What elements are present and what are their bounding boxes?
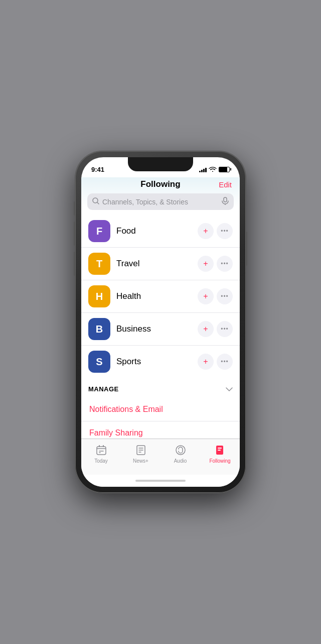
svg-line-1 [97,202,99,204]
add-health-button[interactable]: + [198,288,214,304]
topic-name-sports: Sports [116,357,192,367]
chevron-down-icon[interactable] [226,385,233,393]
topic-name-health: Health [116,291,192,301]
phone-frame: 9:41 [75,151,246,493]
edit-button[interactable]: Edit [219,180,232,189]
settings-section: Notifications & Email Family Sharing Sub… [81,398,240,439]
add-travel-button[interactable]: + [198,256,214,272]
svg-rect-2 [224,197,227,202]
add-food-button[interactable]: + [198,223,214,239]
wifi-icon [209,166,217,173]
power-button[interactable] [246,232,247,266]
status-time: 9:41 [91,166,104,173]
audio-icon [174,443,188,457]
manage-title: MANAGE [88,385,119,393]
more-health-button[interactable]: ••• [217,288,233,304]
topic-icon-sports: S [88,351,110,373]
topic-actions-sports: + ••• [198,354,233,370]
topic-item-health: H Health + ••• [81,280,240,313]
search-bar[interactable]: Channels, Topics, & Stories [87,193,234,210]
svg-rect-10 [218,448,222,449]
svg-rect-4 [97,447,106,455]
more-food-button[interactable]: ••• [217,223,233,239]
newsplus-icon [134,443,148,457]
topic-actions-travel: + ••• [198,256,233,272]
more-travel-button[interactable]: ••• [217,256,233,272]
tab-following[interactable]: Following [200,443,240,464]
topic-actions-health: + ••• [198,288,233,304]
search-placeholder: Channels, Topics, & Stories [102,198,219,206]
tab-newsplus-label: News+ [133,458,148,464]
topic-icon-food: F [88,220,110,242]
family-sharing-item[interactable]: Family Sharing [81,421,240,439]
status-icons [199,166,230,173]
more-sports-button[interactable]: ••• [217,354,233,370]
tab-bar: Today News+ [81,439,240,475]
phone-screen: 9:41 [81,157,240,487]
tab-today[interactable]: Today [81,443,121,464]
home-bar [135,480,186,482]
today-icon [94,443,108,457]
tab-newsplus[interactable]: News+ [121,443,160,464]
topic-name-business: Business [116,324,192,334]
add-business-button[interactable]: + [198,321,214,337]
topics-list: F Food + ••• T Travel [81,215,240,439]
svg-rect-5 [99,445,100,447]
home-indicator [81,475,240,487]
mic-icon[interactable] [222,197,229,206]
topic-icon-business: B [88,318,110,340]
tab-following-label: Following [209,458,230,464]
nav-title: Following [140,179,180,189]
svg-rect-6 [103,445,104,447]
manage-section: MANAGE [81,378,240,398]
topic-actions-business: + ••• [198,321,233,337]
screen-content: Following Edit Channels, Topics, & Stori… [81,177,240,487]
add-sports-button[interactable]: + [198,354,214,370]
topic-item-travel: T Travel + ••• [81,248,240,280]
notch [128,157,193,171]
topic-name-travel: Travel [116,259,192,269]
search-icon [92,197,99,206]
tab-audio[interactable]: Audio [160,443,200,464]
mute-button[interactable] [74,201,75,216]
volume-up-button[interactable] [74,222,75,246]
topic-item-sports: S Sports + ••• [81,346,240,378]
notifications-item[interactable]: Notifications & Email [81,398,240,421]
tab-today-label: Today [94,458,108,464]
tab-audio-label: Audio [174,458,187,464]
svg-rect-11 [218,450,221,451]
topic-item-business: B Business + ••• [81,313,240,346]
volume-down-button[interactable] [74,252,75,276]
topic-name-food: Food [116,226,192,236]
following-icon [213,443,227,457]
more-business-button[interactable]: ••• [217,321,233,337]
topic-icon-health: H [88,285,110,307]
topic-icon-travel: T [88,253,110,275]
topic-actions-food: + ••• [198,223,233,239]
nav-header: Following Edit [81,177,240,193]
content-scroll: F Food + ••• T Travel [81,215,240,439]
topic-item-food: F Food + ••• [81,215,240,248]
signal-icon [199,167,207,172]
battery-icon [219,167,230,172]
